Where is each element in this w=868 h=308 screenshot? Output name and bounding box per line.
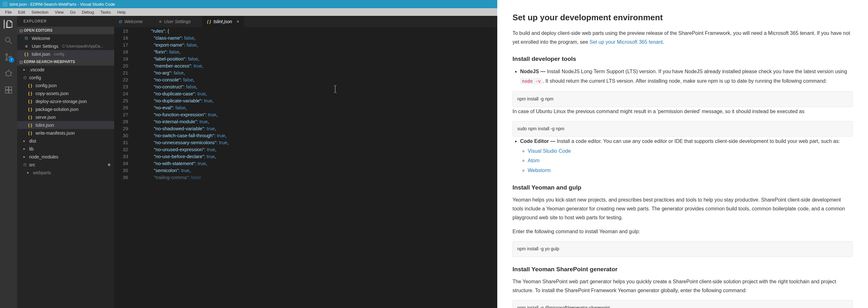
bug-icon xyxy=(4,69,13,78)
documentation-panel: Set up your development environment To b… xyxy=(497,0,868,308)
tree-label: node_modules xyxy=(29,154,58,160)
file-item[interactable]: { }copy-assets.json xyxy=(17,89,114,97)
open-editors-list: ⧉Welcome≡User SettingsC:\Users\paulb\App… xyxy=(17,34,114,58)
menu-file[interactable]: File xyxy=(2,8,15,16)
file-item[interactable]: { }config.json xyxy=(17,81,114,89)
chevron-down-icon: ▢ xyxy=(24,76,27,79)
tree-label: config xyxy=(29,75,41,80)
menu-tasks[interactable]: Tasks xyxy=(97,8,114,16)
chevron-down-icon: ▢ xyxy=(20,60,23,64)
folder-item[interactable]: ▢config xyxy=(17,73,114,81)
svg-point-7 xyxy=(6,59,8,61)
open-editor-item[interactable]: ⧉Welcome xyxy=(17,34,114,42)
window-title: tslint.json - EDRM-Search-WebParts - Vis… xyxy=(9,2,115,7)
svg-line-14 xyxy=(10,75,12,76)
folder-item[interactable]: ▸lib xyxy=(17,145,114,153)
activity-explorer[interactable] xyxy=(4,20,13,29)
extensions-icon xyxy=(4,85,13,95)
file-item[interactable]: { }tslint.json xyxy=(17,121,114,129)
svg-line-13 xyxy=(5,75,7,76)
activity-bar: 7 xyxy=(0,16,17,308)
doc-heading: Set up your development environment xyxy=(513,13,853,23)
sidebar-title: EXPLORER xyxy=(17,16,114,27)
code-block: npm install -g @microsoft/generator-shar… xyxy=(513,300,853,308)
file-label: tslint.json xyxy=(32,52,50,57)
folder-item[interactable]: ▸webparts xyxy=(17,169,114,176)
svg-point-6 xyxy=(6,54,8,56)
chevron-right-icon: ▸ xyxy=(27,171,30,174)
menu-go[interactable]: Go xyxy=(67,8,79,16)
svg-rect-18 xyxy=(9,90,12,93)
svg-point-4 xyxy=(5,37,10,42)
explorer-sidebar: EXPLORER ▢ OPEN EDITORS ⧉Welcome≡User Se… xyxy=(17,16,114,308)
settings-icon: ≡ xyxy=(24,44,29,49)
folder-item[interactable]: ▢src xyxy=(17,161,114,169)
folder-item[interactable]: ▸.vscode xyxy=(17,66,114,73)
tab-label: tslint.json xyxy=(213,19,232,24)
tree-label: dist xyxy=(29,138,36,143)
activity-extensions[interactable] xyxy=(4,85,13,95)
svg-rect-15 xyxy=(5,87,8,90)
code-block: npm install -g npm xyxy=(513,91,853,107)
file-item[interactable]: { }serve.json xyxy=(17,113,114,121)
menu-view[interactable]: View xyxy=(52,8,67,16)
doc-list-item: Webstorm xyxy=(528,166,853,175)
folder-item[interactable]: ▸node_modules xyxy=(17,153,114,161)
tab-label: Welcome xyxy=(124,19,143,24)
file-sublabel: config xyxy=(54,52,64,57)
file-item[interactable]: { }package-solution.json xyxy=(17,105,114,113)
tree-label: serve.json xyxy=(35,115,56,120)
file-label: Welcome xyxy=(32,36,50,41)
tree-label: .vscode xyxy=(29,67,44,72)
activity-scm[interactable]: 7 xyxy=(4,53,13,62)
doc-list-item: Atom xyxy=(528,156,853,165)
activity-debug[interactable] xyxy=(4,69,13,78)
code-block: sudo npm install -g npm xyxy=(513,121,853,137)
chevron-down-icon: ▢ xyxy=(20,29,23,32)
tree-label: src xyxy=(29,162,35,167)
tree-label: package-solution.json xyxy=(35,107,78,112)
close-icon[interactable]: × xyxy=(237,19,239,24)
menu-debug[interactable]: Debug xyxy=(79,8,97,16)
doc-link[interactable]: Atom xyxy=(528,158,539,163)
doc-subheading: Install developer tools xyxy=(513,56,853,62)
menu-edit[interactable]: Edit xyxy=(15,8,28,16)
doc-link[interactable]: Set up your Microsoft 365 tenant xyxy=(590,39,663,45)
vscode-logo-icon xyxy=(3,2,8,7)
tree-label: write-manifests.json xyxy=(35,131,75,136)
project-header[interactable]: ▢ EDRM-SEARCH-WEBPARTS xyxy=(17,58,114,66)
json-icon: { } xyxy=(27,99,33,104)
dirty-indicator-icon xyxy=(108,164,111,166)
file-item[interactable]: { }deploy-azure-storage.json xyxy=(17,97,114,105)
json-icon: { } xyxy=(27,83,33,88)
settings-icon: ≡ xyxy=(159,19,161,24)
chevron-right-icon: ▸ xyxy=(24,155,27,159)
doc-link[interactable]: Visual Studio Code xyxy=(528,148,571,154)
json-icon: { } xyxy=(27,107,33,111)
editor-tab[interactable]: ⧉Welcome× xyxy=(114,16,154,27)
open-editors-header[interactable]: ▢ OPEN EDITORS xyxy=(17,27,114,34)
menu-help[interactable]: Help xyxy=(114,8,129,16)
file-tree: ▸.vscode▢config{ }config.json{ }copy-ass… xyxy=(17,66,114,176)
svg-rect-16 xyxy=(9,87,12,90)
doc-paragraph: Enter the following command to install Y… xyxy=(513,227,853,236)
files-icon xyxy=(5,20,13,29)
editor-tab[interactable]: { }tslint.json× xyxy=(203,16,244,27)
line-number-gutter: 1516171819202122232425262728293031323334… xyxy=(114,27,134,308)
activity-search[interactable] xyxy=(4,36,13,45)
editor-tab[interactable]: ≡User Settings× xyxy=(154,16,202,27)
chevron-right-icon: ▸ xyxy=(24,139,27,143)
svg-rect-17 xyxy=(5,90,8,93)
file-item[interactable]: { }write-manifests.json xyxy=(17,129,114,137)
doc-link[interactable]: Webstorm xyxy=(528,168,551,173)
tree-label: copy-assets.json xyxy=(35,91,68,96)
doc-paragraph: The Yeoman SharePoint web part generator… xyxy=(513,277,853,295)
scm-badge: 7 xyxy=(8,57,14,63)
vscode-icon: ⧉ xyxy=(24,35,29,41)
doc-subheading: Install Yeoman and gulp xyxy=(513,184,853,191)
json-icon: { } xyxy=(207,19,211,24)
open-editor-item[interactable]: { }tslint.jsonconfig xyxy=(17,50,114,58)
menu-selection[interactable]: Selection xyxy=(28,8,51,16)
folder-item[interactable]: ▸dist xyxy=(17,137,114,145)
open-editor-item[interactable]: ≡User SettingsC:\Users\paulb\AppDa... xyxy=(17,42,114,50)
